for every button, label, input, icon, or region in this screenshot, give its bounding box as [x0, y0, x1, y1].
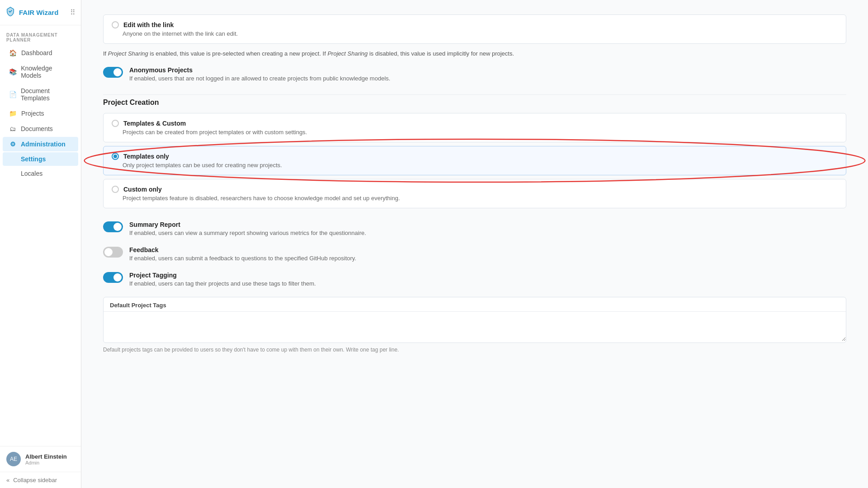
- edit-link-radio[interactable]: [112, 21, 119, 28]
- edit-link-label: Edit with the link: [123, 21, 174, 28]
- project-creation-title: Project Creation: [103, 94, 846, 107]
- project-tagging-info: Project Tagging If enabled, users can ta…: [129, 272, 316, 287]
- user-details: Albert Einstein Admin: [25, 453, 67, 465]
- templates-custom-radio[interactable]: [112, 120, 119, 127]
- dashboard-icon: 🏠: [9, 49, 17, 56]
- user-role: Admin: [25, 460, 67, 465]
- sub-nav-locales[interactable]: Locales: [3, 167, 78, 180]
- feedback-toggle-row: Feedback If enabled, users can submit a …: [103, 246, 846, 263]
- toggle-thumb-summary: [113, 223, 122, 231]
- toggle-thumb-feedback: [104, 248, 113, 256]
- custom-only-radio[interactable]: [112, 186, 119, 193]
- app-name: FAIR Wizard: [19, 9, 58, 16]
- svg-point-0: [85, 139, 865, 182]
- nav-label-documents: Documents: [21, 125, 53, 132]
- link-sharing-note: If Project Sharing is enabled, this valu…: [103, 49, 519, 58]
- anonymous-projects-desc: If enabled, users that are not logged in…: [129, 75, 390, 82]
- logo-area: FAIR Wizard: [5, 6, 58, 19]
- nav-item-documents[interactable]: 🗂 Documents: [3, 122, 78, 136]
- sidebar-section-label: Data Management Planner: [0, 25, 81, 45]
- toggle-thumb-tagging: [113, 273, 122, 282]
- sub-nav-label-settings: Settings: [21, 155, 46, 163]
- feedback-label: Feedback: [129, 246, 356, 253]
- nav-label-projects: Projects: [21, 110, 44, 117]
- summary-report-desc: If enabled, users can view a summary rep…: [129, 230, 366, 236]
- anonymous-projects-toggle-row: Anonymous Projects If enabled, users tha…: [103, 66, 846, 84]
- nav-item-knowledge-models[interactable]: 📚 Knowledge Models: [3, 61, 78, 83]
- anonymous-projects-label: Anonymous Projects: [129, 66, 390, 74]
- nav-label-document-templates: Document Templates: [21, 87, 72, 102]
- grid-icon[interactable]: ⠿: [70, 8, 75, 17]
- avatar: AE: [6, 452, 21, 466]
- nav-label-knowledge-models: Knowledge Models: [21, 65, 72, 79]
- templates-custom-label: Templates & Custom: [123, 120, 186, 127]
- project-tagging-desc: If enabled, users can tag their projects…: [129, 280, 316, 287]
- nav-label-dashboard: Dashboard: [21, 49, 52, 56]
- templates-only-desc: Only project templates can be used for c…: [123, 162, 838, 169]
- sub-nav-label-locales: Locales: [21, 170, 42, 177]
- summary-report-label: Summary Report: [129, 221, 366, 228]
- projects-icon: 📁: [9, 110, 17, 117]
- project-tagging-toggle-row: Project Tagging If enabled, users can ta…: [103, 272, 846, 289]
- logo-icon: [5, 6, 15, 19]
- knowledge-models-icon: 📚: [9, 68, 16, 75]
- default-project-tags-label: Default Project Tags: [104, 297, 846, 311]
- collapse-label: Collapse sidebar: [13, 477, 57, 483]
- templates-only-label: Templates only: [123, 153, 169, 160]
- nav-item-dashboard[interactable]: 🏠 Dashboard: [3, 46, 78, 60]
- documents-icon: 🗂: [9, 125, 16, 132]
- edit-link-desc: Anyone on the internet with the link can…: [123, 30, 838, 37]
- user-name: Albert Einstein: [25, 453, 67, 460]
- summary-report-info: Summary Report If enabled, users can vie…: [129, 221, 366, 236]
- custom-only-label: Custom only: [123, 186, 162, 193]
- toggle-thumb-anonymous: [113, 68, 122, 76]
- collapse-icon: «: [6, 477, 9, 483]
- feedback-toggle[interactable]: [103, 247, 123, 258]
- anonymous-projects-info: Anonymous Projects If enabled, users tha…: [129, 66, 390, 82]
- custom-only-option: Custom only Project templates feature is…: [103, 179, 846, 208]
- annotation-ellipse: [81, 138, 868, 183]
- summary-report-toggle-row: Summary Report If enabled, users can vie…: [103, 221, 846, 238]
- templates-custom-option: Templates & Custom Projects can be creat…: [103, 113, 846, 142]
- document-templates-icon: 📄: [9, 91, 16, 98]
- user-info[interactable]: AE Albert Einstein Admin: [0, 446, 81, 472]
- sub-nav-settings[interactable]: Settings: [3, 152, 78, 166]
- templates-only-radio[interactable]: [112, 153, 119, 160]
- edit-with-link-option: Edit with the link Anyone on the interne…: [103, 14, 846, 44]
- default-project-tags-container: Default Project Tags: [103, 297, 846, 343]
- templates-custom-desc: Projects can be created from project tem…: [123, 129, 838, 136]
- sidebar-header: FAIR Wizard ⠿: [0, 0, 81, 25]
- nav-item-projects[interactable]: 📁 Projects: [3, 106, 78, 121]
- nav-item-document-templates[interactable]: 📄 Document Templates: [3, 84, 78, 105]
- sidebar: FAIR Wizard ⠿ Data Management Planner 🏠 …: [0, 0, 81, 488]
- summary-report-toggle[interactable]: [103, 221, 123, 232]
- anonymous-projects-toggle[interactable]: [103, 67, 123, 78]
- project-tagging-toggle[interactable]: [103, 272, 123, 283]
- feedback-desc: If enabled, users can submit a feedback …: [129, 255, 356, 262]
- administration-icon: ⚙: [9, 141, 16, 148]
- custom-only-desc: Project templates feature is disabled, r…: [123, 195, 838, 202]
- sidebar-bottom: AE Albert Einstein Admin « Collapse side…: [0, 446, 81, 488]
- default-project-tags-hint: Default projects tags can be provided to…: [103, 347, 429, 353]
- main-content: Edit with the link Anyone on the interne…: [81, 0, 868, 488]
- default-project-tags-input[interactable]: [104, 311, 846, 341]
- nav-label-administration: Administration: [21, 141, 66, 148]
- templates-only-option: Templates only Only project templates ca…: [103, 146, 846, 175]
- project-tagging-label: Project Tagging: [129, 272, 316, 279]
- nav-item-administration[interactable]: ⚙ Administration: [3, 137, 78, 151]
- feedback-info: Feedback If enabled, users can submit a …: [129, 246, 356, 262]
- project-creation-section: Project Creation Templates & Custom Proj…: [103, 94, 846, 208]
- collapse-sidebar-button[interactable]: « Collapse sidebar: [0, 472, 81, 488]
